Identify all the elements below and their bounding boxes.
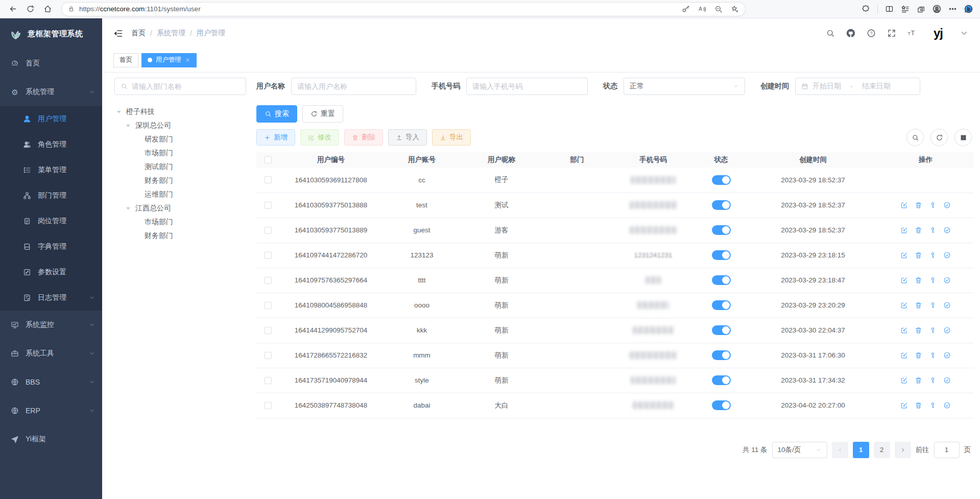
row-reset-password-button[interactable] bbox=[929, 301, 937, 309]
phone-input[interactable] bbox=[472, 82, 582, 90]
next-page-button[interactable] bbox=[895, 442, 911, 458]
row-checkbox[interactable] bbox=[265, 402, 272, 409]
status-toggle[interactable] bbox=[712, 300, 731, 310]
password-key-icon[interactable] bbox=[682, 5, 690, 13]
sidebar-item-role-mgmt[interactable]: 角色管理 bbox=[0, 132, 102, 157]
read-aloud-icon[interactable]: A bbox=[698, 5, 706, 13]
tree-node[interactable]: 深圳总公司 bbox=[114, 118, 246, 132]
profile-icon[interactable] bbox=[933, 5, 941, 13]
row-reset-password-button[interactable] bbox=[929, 276, 937, 284]
sidebar-item-yi-framework[interactable]: Yi框架 bbox=[0, 425, 102, 454]
table-search-button[interactable] bbox=[906, 129, 924, 146]
row-checkbox[interactable] bbox=[265, 227, 272, 234]
goto-page-input[interactable] bbox=[934, 442, 960, 458]
username-input[interactable] bbox=[297, 82, 410, 90]
status-select[interactable]: 正常 bbox=[624, 78, 745, 95]
table-grid-button[interactable] bbox=[954, 129, 972, 146]
row-checkbox[interactable] bbox=[265, 327, 272, 334]
more-icon[interactable] bbox=[948, 5, 957, 13]
favorites-bar-icon[interactable] bbox=[901, 5, 910, 13]
breadcrumb-system[interactable]: 系统管理 bbox=[157, 29, 185, 38]
date-range-picker[interactable]: 开始日期 - 结束日期 bbox=[795, 78, 920, 95]
row-assign-role-button[interactable] bbox=[943, 301, 951, 309]
search-icon[interactable] bbox=[826, 29, 835, 38]
row-reset-password-button[interactable] bbox=[929, 376, 937, 384]
sidebar-item-user-mgmt[interactable]: 用户管理 bbox=[0, 106, 102, 132]
row-checkbox[interactable] bbox=[265, 202, 272, 209]
row-checkbox[interactable] bbox=[265, 302, 272, 309]
row-delete-button[interactable] bbox=[915, 401, 922, 409]
tab-0[interactable]: 首页 bbox=[113, 53, 138, 67]
tree-expand-caret-icon[interactable] bbox=[116, 109, 124, 114]
tab-active[interactable]: 用户管理 bbox=[141, 53, 197, 67]
tree-node[interactable]: 运维部门 bbox=[114, 187, 246, 201]
status-toggle[interactable] bbox=[712, 350, 731, 360]
row-checkbox[interactable] bbox=[265, 277, 272, 284]
row-assign-role-button[interactable] bbox=[943, 326, 951, 334]
status-toggle[interactable] bbox=[712, 200, 731, 210]
tree-node[interactable]: 测试部门 bbox=[114, 160, 246, 174]
tree-node[interactable]: 研发部门 bbox=[114, 132, 246, 146]
row-edit-button[interactable] bbox=[900, 326, 908, 334]
page-size-select[interactable]: 10条/页 bbox=[772, 442, 827, 458]
row-edit-button[interactable] bbox=[900, 351, 908, 359]
row-edit-button[interactable] bbox=[900, 376, 908, 384]
sidebar-item-dict-mgmt[interactable]: 字典管理 bbox=[0, 234, 102, 259]
row-edit-button[interactable] bbox=[900, 276, 908, 284]
favorite-add-icon[interactable] bbox=[731, 5, 739, 13]
tree-expand-caret-icon[interactable] bbox=[126, 123, 133, 128]
sidebar-item-menu-mgmt[interactable]: 菜单管理 bbox=[0, 157, 102, 183]
phone-field[interactable] bbox=[466, 78, 588, 95]
row-assign-role-button[interactable] bbox=[943, 351, 951, 359]
tree-node[interactable]: 橙子科技 bbox=[114, 105, 246, 118]
caret-down-icon[interactable] bbox=[960, 29, 969, 38]
sidebar-item-tools[interactable]: 系统工具 bbox=[0, 339, 102, 368]
row-checkbox[interactable] bbox=[265, 176, 272, 183]
row-assign-role-button[interactable] bbox=[943, 276, 951, 284]
row-delete-button[interactable] bbox=[915, 251, 922, 259]
row-delete-button[interactable] bbox=[915, 276, 922, 284]
dept-search-field[interactable] bbox=[114, 78, 246, 95]
status-toggle[interactable] bbox=[712, 325, 731, 335]
home-button[interactable] bbox=[40, 2, 55, 17]
row-delete-button[interactable] bbox=[915, 326, 922, 334]
tree-node[interactable]: 财务部门 bbox=[114, 229, 246, 243]
page-button-1[interactable]: 1 bbox=[853, 442, 869, 458]
row-reset-password-button[interactable] bbox=[929, 401, 937, 409]
back-button[interactable] bbox=[5, 2, 20, 17]
row-delete-button[interactable] bbox=[915, 226, 922, 234]
delete-button[interactable]: 删除 bbox=[344, 129, 383, 146]
tree-node[interactable]: 财务部门 bbox=[114, 174, 246, 187]
table-refresh-button[interactable] bbox=[930, 129, 948, 146]
user-avatar[interactable]: yj bbox=[928, 26, 948, 41]
sidebar-fold-icon[interactable] bbox=[113, 29, 123, 38]
copilot-icon[interactable]: b bbox=[964, 5, 973, 13]
refresh-button[interactable] bbox=[22, 2, 38, 17]
status-toggle[interactable] bbox=[712, 225, 731, 235]
sidebar-item-dept-mgmt[interactable]: 部门管理 bbox=[0, 183, 102, 208]
row-edit-button[interactable] bbox=[900, 251, 908, 259]
page-button-2[interactable]: 2 bbox=[874, 442, 890, 458]
row-assign-role-button[interactable] bbox=[943, 226, 951, 234]
status-toggle[interactable] bbox=[712, 275, 731, 285]
sidebar-item-monitor[interactable]: 系统监控 bbox=[0, 311, 102, 339]
close-icon[interactable] bbox=[185, 57, 190, 63]
row-delete-button[interactable] bbox=[915, 351, 922, 359]
zoom-out-icon[interactable] bbox=[714, 5, 723, 13]
status-toggle[interactable] bbox=[712, 375, 731, 385]
prev-page-button[interactable] bbox=[832, 442, 848, 458]
help-icon[interactable]: ? bbox=[867, 29, 876, 38]
row-delete-button[interactable] bbox=[915, 376, 922, 384]
split-screen-icon[interactable] bbox=[885, 5, 894, 13]
export-button[interactable]: 导出 bbox=[432, 129, 471, 146]
sidebar-item-home[interactable]: 首页 bbox=[0, 49, 102, 78]
select-all-checkbox[interactable] bbox=[265, 156, 272, 163]
row-reset-password-button[interactable] bbox=[929, 226, 937, 234]
row-assign-role-button[interactable] bbox=[943, 376, 951, 384]
row-edit-button[interactable] bbox=[900, 401, 908, 409]
import-button[interactable]: 导入 bbox=[388, 129, 427, 146]
row-assign-role-button[interactable] bbox=[943, 201, 951, 209]
sidebar-item-log-mgmt[interactable]: 日志管理 bbox=[0, 285, 102, 311]
row-checkbox[interactable] bbox=[265, 352, 272, 359]
username-field[interactable] bbox=[291, 78, 416, 95]
